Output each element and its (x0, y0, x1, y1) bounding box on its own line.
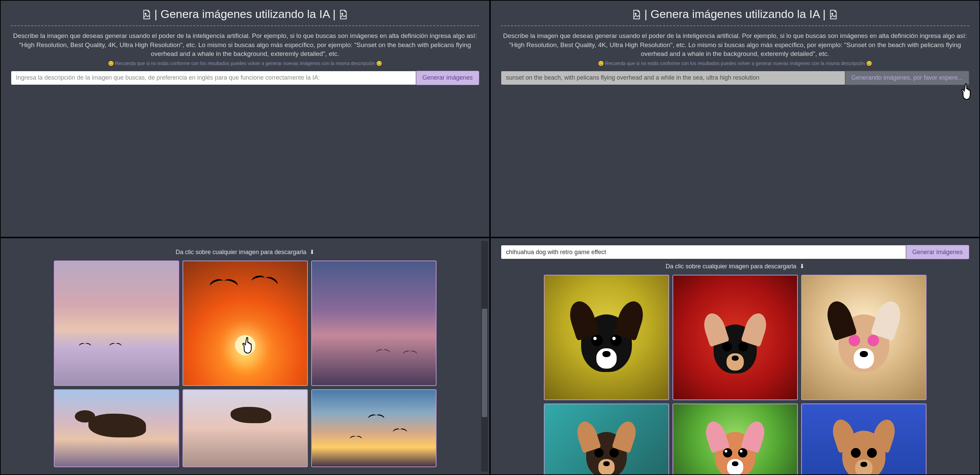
page-title: | Genera imágenes utilizando la IA | (501, 8, 969, 21)
page-title: | Genera imágenes utilizando la IA | (11, 8, 479, 21)
result-thumbnail[interactable] (183, 389, 308, 467)
result-thumbnail[interactable] (54, 389, 179, 467)
hint-emoji: 😊 (598, 61, 604, 66)
prompt-input[interactable] (11, 71, 416, 85)
image-file-icon (339, 9, 348, 19)
download-icon: ⬇ (800, 263, 805, 270)
result-thumbnail[interactable] (673, 403, 798, 475)
prompt-form: Generar imágenes (501, 245, 969, 259)
hint-text: 😊 Recuerda que si no estás conforme con … (501, 61, 969, 66)
prompt-input[interactable] (501, 71, 845, 85)
divider (11, 26, 479, 26)
result-thumbnail[interactable] (183, 261, 308, 386)
result-thumbnail[interactable] (54, 261, 179, 386)
scrollbar-thumb[interactable] (482, 309, 487, 417)
results-grid (501, 275, 969, 475)
result-thumbnail[interactable] (311, 261, 436, 386)
generate-button-loading: Generando imágenes, por favor espere... (845, 71, 969, 85)
download-icon: ⬇ (310, 249, 315, 255)
image-file-icon (829, 9, 838, 19)
prompt-input[interactable] (501, 245, 906, 259)
result-thumbnail[interactable] (544, 275, 669, 400)
hint-emoji: 😊 (108, 61, 114, 66)
panel-loading-state: | Genera imágenes utilizando la IA | Des… (490, 0, 980, 238)
title-text: | Genera imágenes utilizando la IA | (644, 8, 826, 21)
result-thumbnail[interactable] (801, 403, 926, 475)
result-thumbnail[interactable] (311, 389, 436, 467)
result-thumbnail[interactable] (544, 403, 669, 475)
hint-emoji: 😊 (866, 61, 872, 66)
divider (501, 26, 969, 26)
scrollbar[interactable] (481, 241, 488, 472)
results-grid (11, 261, 479, 467)
result-thumbnail[interactable] (673, 275, 798, 400)
hint-emoji: 😊 (376, 61, 382, 66)
panel-empty-state: | Genera imágenes utilizando la IA | Des… (0, 0, 490, 238)
hint-text: 😊 Recuerda que si no estás conforme con … (11, 61, 479, 66)
image-file-icon (142, 9, 151, 19)
svg-point-0 (145, 13, 146, 14)
svg-point-3 (832, 13, 833, 14)
prompt-form: Generando imágenes, por favor espere... (501, 71, 969, 85)
description-text: Describe la imagen que deseas generar us… (501, 32, 969, 59)
generate-button[interactable]: Generar imágenes (906, 245, 969, 259)
image-file-icon (632, 9, 641, 19)
description-text: Describe la imagen que deseas generar us… (11, 32, 479, 59)
panel-results-chihuahua: Generar imágenes Da clic sobre cualquier… (490, 238, 980, 475)
title-text: | Genera imágenes utilizando la IA | (154, 8, 336, 21)
generate-button[interactable]: Generar imágenes (416, 71, 479, 85)
svg-point-2 (635, 13, 636, 14)
svg-point-1 (342, 13, 343, 14)
prompt-form: Generar imágenes (11, 71, 479, 85)
download-hint: Da clic sobre cualquier imagen para desc… (11, 248, 479, 256)
result-thumbnail[interactable] (801, 275, 926, 400)
panel-results-sunset: Da clic sobre cualquier imagen para desc… (0, 238, 490, 475)
download-hint: Da clic sobre cualquier imagen para desc… (501, 263, 969, 270)
